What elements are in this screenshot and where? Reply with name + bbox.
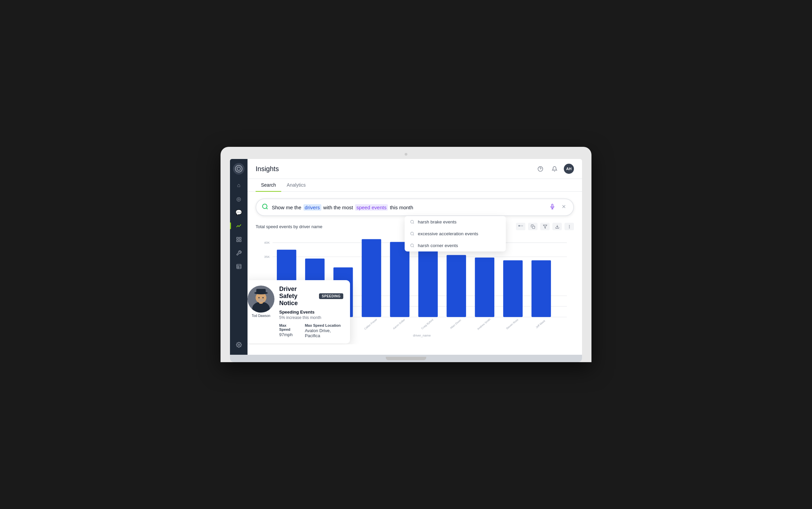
chart-tool-filter[interactable] (540, 223, 550, 230)
event-label: Speeding Events (279, 310, 343, 315)
sidebar-item-table[interactable] (232, 260, 245, 272)
svg-line-22 (413, 246, 414, 247)
svg-rect-1 (239, 237, 241, 239)
driver-info: Driver Safety Notice SPEEDING Speeding E… (279, 286, 343, 338)
sidebar-item-globe[interactable]: ◎ (232, 193, 245, 205)
svg-point-11 (263, 204, 267, 208)
query-middle: with the most (323, 205, 353, 210)
svg-rect-4 (237, 264, 241, 269)
svg-text:40K: 40K (264, 241, 270, 244)
max-speed-value: 97mph (279, 332, 297, 337)
svg-text:Allan Dixon: Allan Dixon (450, 319, 462, 329)
svg-rect-51 (418, 250, 438, 317)
user-avatar[interactable]: AH (564, 164, 574, 174)
driver-card-title: Driver Safety Notice (279, 286, 316, 307)
main-content: Insights A (248, 159, 582, 355)
svg-rect-0 (237, 237, 238, 239)
svg-text:driver_name: driver_name (413, 333, 431, 337)
driver-card-header: Driver Safety Notice SPEEDING (279, 286, 343, 307)
help-button[interactable] (535, 164, 545, 173)
suggestion-text: harsh brake events (418, 219, 457, 224)
search-icon (262, 203, 268, 212)
svg-point-28 (569, 225, 569, 225)
suggestion-item[interactable]: excessive acceleration events (405, 228, 506, 240)
max-speed-location-group: Max Speed Location Avalon Drive, Pacific… (305, 323, 343, 338)
header-actions: AH (535, 164, 574, 174)
page-title: Insights (256, 165, 279, 173)
svg-text:Craig Byford: Craig Byford (421, 318, 434, 330)
svg-text:Callan Fraser: Callan Fraser (364, 318, 378, 330)
query-speed-events: speed events (355, 204, 388, 211)
bell-icon (552, 166, 557, 172)
svg-line-20 (413, 235, 414, 235)
suggestion-item[interactable]: harsh brake events (405, 216, 506, 228)
sidebar-logo[interactable] (233, 163, 244, 175)
driver-avatar (248, 286, 274, 313)
svg-point-69 (262, 297, 264, 298)
svg-rect-49 (390, 242, 410, 317)
svg-rect-67 (256, 289, 266, 294)
sidebar-item-chat[interactable]: 💬 (232, 206, 245, 218)
chart-tool-more[interactable] (564, 223, 574, 230)
svg-rect-2 (237, 240, 238, 241)
svg-point-29 (569, 226, 569, 226)
suggestion-item[interactable]: harsh corner events (405, 240, 506, 251)
chart-icon (236, 223, 242, 229)
svg-rect-57 (503, 260, 523, 317)
chart-tool-export[interactable] (552, 223, 562, 230)
sidebar-item-tools[interactable] (232, 247, 245, 259)
chart-tool-copy[interactable] (528, 223, 538, 230)
svg-text:Aaron Griller: Aaron Griller (392, 318, 406, 330)
search-bar[interactable]: Show me the drivers with the most speed … (256, 198, 574, 216)
laptop-base (230, 355, 582, 362)
search-area: Show me the drivers with the most speed … (248, 192, 582, 219)
svg-rect-25 (532, 226, 534, 228)
sidebar-item-home[interactable]: ⌂ (232, 179, 245, 191)
chat-icon: 💬 (235, 209, 242, 216)
suggestion-text: harsh corner events (418, 243, 458, 248)
svg-rect-59 (531, 260, 551, 317)
chart-tool-toggle[interactable] (516, 223, 525, 230)
tools-icon (236, 250, 242, 256)
svg-text:35K: 35K (264, 255, 270, 259)
grid-icon (236, 237, 242, 242)
sidebar-item-grid[interactable] (232, 233, 245, 245)
laptop-screen: ⌂ ◎ 💬 (230, 159, 582, 355)
driver-safety-card: Tod Dawson Driver Safety Notice SPEEDING… (248, 280, 350, 344)
suggestion-search-icon (410, 220, 414, 224)
query-suffix: this month (390, 205, 413, 210)
search-query: Show me the drivers with the most speed … (272, 204, 545, 211)
suggestions-dropdown: harsh brake events excessive acceleratio… (405, 216, 506, 251)
tab-analytics[interactable]: Analytics (281, 179, 311, 192)
sidebar-item-analytics[interactable] (232, 220, 245, 232)
svg-text:Andrew Smith: Andrew Smith (476, 318, 491, 330)
suggestion-text: excessive acceleration events (418, 231, 478, 236)
svg-point-30 (569, 227, 569, 228)
svg-text:Steven Ross: Steven Ross (505, 318, 519, 330)
driver-stats-row: Max Speed 97mph Max Speed Location Avalo… (279, 323, 343, 338)
svg-rect-3 (239, 240, 241, 241)
max-speed-location-value: Avalon Drive, Pacifica (305, 328, 343, 338)
microphone-button[interactable] (548, 203, 556, 212)
speeding-badge: SPEEDING (319, 293, 343, 299)
event-sub: 5% increase this month (279, 315, 343, 320)
home-icon: ⌂ (237, 182, 240, 188)
suggestion-search-icon (410, 232, 414, 236)
table-icon (236, 264, 242, 269)
laptop-camera (405, 153, 407, 156)
svg-marker-26 (543, 225, 547, 228)
svg-point-17 (411, 220, 414, 223)
svg-rect-23 (518, 225, 520, 226)
globe-icon: ◎ (236, 196, 241, 202)
svg-point-19 (411, 232, 414, 235)
svg-rect-47 (362, 239, 381, 317)
search-clear-button[interactable] (560, 203, 568, 212)
sidebar-item-settings[interactable] (232, 339, 245, 351)
laptop-frame: ⌂ ◎ 💬 (221, 147, 591, 362)
svg-text:Jeff Meek: Jeff Meek (535, 319, 546, 329)
notifications-button[interactable] (550, 164, 559, 173)
settings-icon (236, 342, 242, 348)
tab-search[interactable]: Search (256, 179, 281, 192)
chart-title: Total speed events by driver name (256, 224, 322, 229)
laptop-notch (386, 357, 426, 360)
